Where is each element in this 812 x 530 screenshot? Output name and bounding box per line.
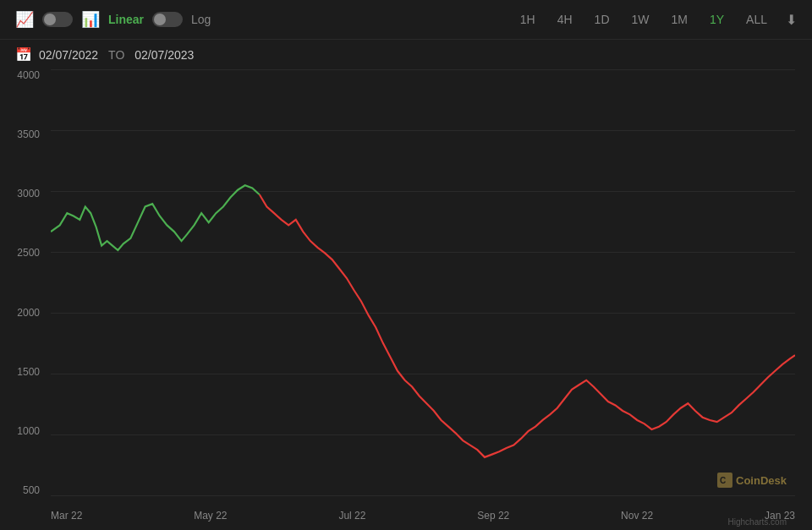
svg-text:C: C: [720, 476, 726, 485]
time-btn-1d[interactable]: 1D: [591, 11, 613, 28]
highcharts-credit: Highcharts.com: [728, 517, 787, 527]
time-btn-1m[interactable]: 1M: [668, 11, 691, 28]
linear-label: Linear: [108, 13, 144, 26]
scale-toggle[interactable]: [152, 12, 183, 27]
y-label-2500: 2500: [17, 247, 40, 259]
bar-chart-icon: 📊: [81, 10, 100, 29]
date-range-row: 📅 02/07/2022 TO 02/07/2023: [0, 40, 812, 69]
x-label-mar22: Mar 22: [51, 510, 82, 522]
y-label-1000: 1000: [17, 425, 40, 437]
log-label: Log: [191, 13, 211, 26]
y-axis: 4000 3500 3000 2500 2000 1500 1000 500: [0, 69, 47, 496]
x-label-sep22: Sep 22: [477, 510, 509, 522]
y-label-500: 500: [23, 484, 40, 496]
x-label-nov22: Nov 22: [621, 510, 653, 522]
toolbar: 📈 📊 Linear Log 1H 4H 1D 1W 1M 1Y ALL ⬇: [0, 0, 812, 40]
date-from: 02/07/2022: [39, 48, 98, 62]
date-to-label: TO: [108, 48, 124, 62]
time-btn-1w[interactable]: 1W: [628, 11, 653, 28]
time-btn-1h[interactable]: 1H: [517, 11, 539, 28]
time-btn-1y[interactable]: 1Y: [706, 11, 727, 28]
y-label-4000: 4000: [17, 69, 40, 81]
chart-container: 📈 📊 Linear Log 1H 4H 1D 1W 1M 1Y ALL ⬇ 📅…: [0, 0, 812, 530]
coindesk-logo-icon: C: [717, 473, 732, 488]
time-btn-4h[interactable]: 4H: [554, 11, 576, 28]
y-label-2000: 2000: [17, 307, 40, 319]
x-axis: Mar 22 May 22 Jul 22 Sep 22 Nov 22 Jan 2…: [51, 500, 795, 530]
chart-area: 4000 3500 3000 2500 2000 1500 1000 500: [0, 69, 812, 530]
date-to: 02/07/2023: [134, 48, 194, 62]
coindesk-watermark: C CoinDesk: [717, 473, 787, 488]
coindesk-text: CoinDesk: [736, 474, 787, 487]
green-line-segment: [51, 185, 260, 250]
download-button[interactable]: ⬇: [786, 12, 797, 28]
toolbar-left: 📈 📊 Linear Log: [15, 10, 505, 29]
price-chart-svg: [51, 69, 795, 496]
y-label-3500: 3500: [17, 128, 40, 140]
y-label-3000: 3000: [17, 188, 40, 199]
line-chart-icon: 📈: [15, 10, 34, 29]
y-label-1500: 1500: [17, 366, 40, 378]
x-label-jul22: Jul 22: [338, 510, 365, 522]
x-label-may22: May 22: [194, 510, 227, 522]
toolbar-right: 1H 4H 1D 1W 1M 1Y ALL ⬇: [517, 11, 797, 28]
chart-type-toggle[interactable]: [42, 12, 73, 27]
calendar-icon: 📅: [15, 46, 32, 63]
red-line-segment: [260, 194, 795, 457]
time-btn-all[interactable]: ALL: [743, 11, 771, 28]
